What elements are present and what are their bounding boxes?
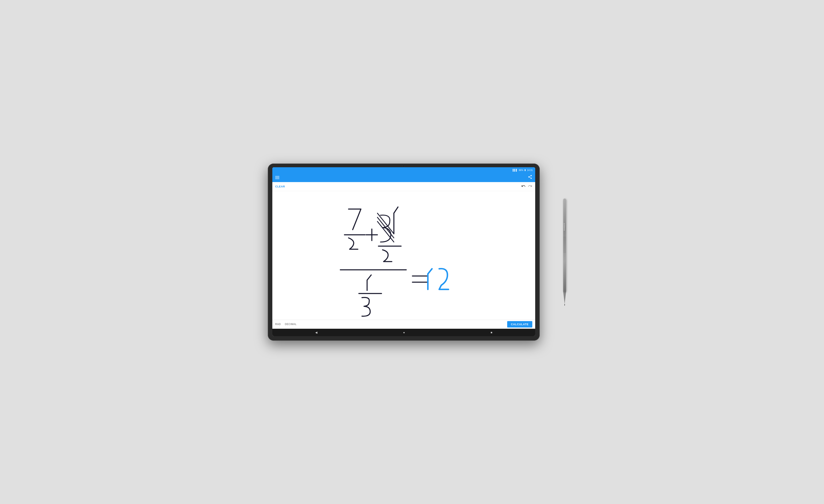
battery-icon: ▮ [524, 169, 526, 171]
brand-label: Lenovo [563, 223, 565, 231]
signal-icon: ▌▌▌ [513, 169, 517, 171]
navigation-bar: ◀ ● ■ [272, 329, 535, 336]
menu-button[interactable] [275, 176, 279, 179]
stylus-point [564, 304, 565, 306]
clear-button[interactable]: CLEAR [275, 185, 285, 188]
bottom-labels: RAD DECIMAL [275, 323, 297, 326]
tablet-device: ▌▌▌ 86% ▮ 14:31 [268, 164, 540, 341]
battery-percent: 86% [519, 169, 523, 171]
drawing-area[interactable] [272, 191, 535, 320]
rad-label: RAD [275, 323, 281, 326]
status-icons: ▌▌▌ 86% ▮ 14:31 [513, 169, 533, 171]
app-bar [272, 173, 535, 182]
share-button[interactable] [528, 175, 532, 180]
undo-button[interactable] [521, 184, 526, 189]
stylus-body: Lenovo [563, 199, 566, 292]
redo-button[interactable] [528, 184, 532, 189]
stylus-tip [563, 292, 566, 304]
decimal-label: DECIMAL [285, 323, 297, 326]
camera [403, 165, 405, 167]
time-display: 14:31 [527, 169, 533, 171]
undo-redo-group [521, 184, 532, 189]
stylus-grip [563, 237, 566, 254]
svg-line-3 [378, 217, 394, 238]
math-canvas [272, 191, 535, 320]
bottom-bar: RAD DECIMAL CALCULATE [272, 320, 535, 329]
svg-line-4 [378, 221, 394, 242]
screen: ▌▌▌ 86% ▮ 14:31 [272, 167, 535, 336]
status-bar: ▌▌▌ 86% ▮ 14:31 [272, 167, 535, 173]
back-button[interactable]: ◀ [309, 329, 324, 335]
recents-button[interactable]: ■ [485, 329, 499, 335]
stylus: Lenovo [562, 199, 568, 306]
calculate-button[interactable]: CALCULATE [507, 321, 532, 327]
home-button[interactable]: ● [397, 329, 411, 335]
toolbar: CLEAR [272, 182, 535, 191]
svg-line-5 [378, 213, 394, 234]
scene: ▌▌▌ 86% ▮ 14:31 [268, 164, 556, 341]
